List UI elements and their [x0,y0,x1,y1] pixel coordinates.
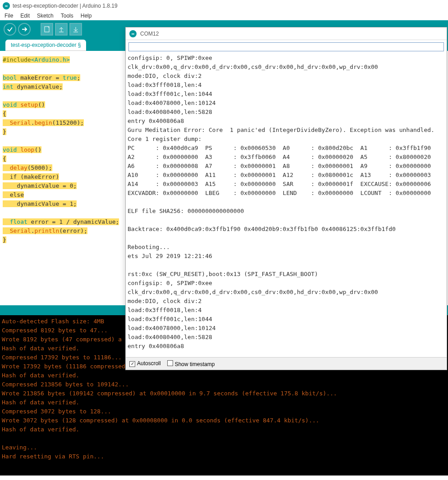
arduino-icon: ∞ [129,30,137,37]
serial-monitor-window: ∞ COM12 configsip: 0, SPIWP:0xee clk_drv… [125,27,447,370]
verify-button[interactable] [4,23,16,36]
tab-sketch[interactable]: test-esp-exception-decoder § [5,40,86,51]
checkbox-unchecked-icon [167,360,173,366]
arduino-icon: ∞ [3,2,10,9]
menu-tools[interactable]: Tools [58,12,76,20]
menu-sketch[interactable]: Sketch [34,12,56,20]
serial-output[interactable]: configsip: 0, SPIWP:0xee clk_drv:0x00,q_… [126,54,447,357]
upload-button[interactable] [18,23,31,36]
serial-footer: ✓Autoscroll Show timestamp [126,357,447,370]
show-timestamp-checkbox[interactable]: Show timestamp [167,360,215,367]
autoscroll-checkbox[interactable]: ✓Autoscroll [129,360,161,367]
ide-title-text: test-esp-exception-decoder | Arduino 1.8… [13,3,118,9]
ide-menubar: File Edit Sketch Tools Help [0,11,448,20]
ide-titlebar: ∞ test-esp-exception-decoder | Arduino 1… [0,0,448,11]
tab-label: test-esp-exception-decoder § [11,42,81,48]
serial-title-text: COM12 [140,31,159,37]
save-button[interactable] [69,23,82,36]
open-button[interactable] [55,23,68,36]
checkbox-checked-icon: ✓ [129,361,135,367]
serial-titlebar[interactable]: ∞ COM12 [126,27,447,40]
menu-file[interactable]: File [2,12,16,20]
new-button[interactable] [41,23,53,36]
menu-edit[interactable]: Edit [18,12,32,20]
menu-help[interactable]: Help [78,12,95,20]
serial-send-input[interactable] [128,42,444,51]
